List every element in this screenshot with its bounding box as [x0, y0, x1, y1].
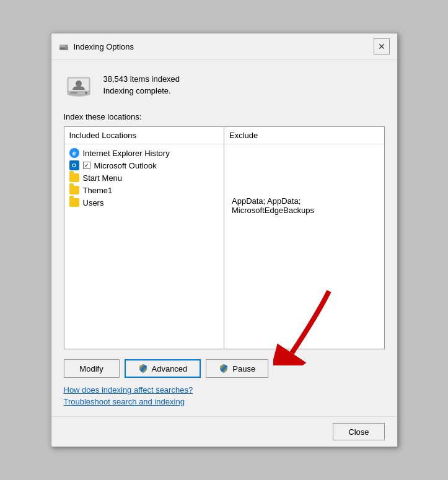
close-button[interactable]: ✕ — [374, 38, 390, 55]
title-bar: Indexing Options ✕ — [51, 33, 397, 60]
svg-point-10 — [76, 81, 82, 87]
shield-icon-pause — [219, 364, 229, 373]
dialog-footer: Close — [51, 416, 397, 447]
location-name: Start Menu — [83, 173, 123, 183]
svg-point-8 — [85, 92, 87, 94]
col-included-header: Included Locations — [64, 127, 224, 144]
list-item: Users — [67, 196, 222, 209]
advanced-label: Advanced — [152, 364, 188, 373]
location-name: Internet Explorer History — [83, 149, 170, 158]
svg-rect-9 — [70, 92, 77, 94]
folder-icon — [69, 185, 79, 195]
col-exclude-items: AppData; AppData; MicrosoftEdgeBackups — [224, 144, 384, 349]
status-info: 38,543 items indexed Indexing complete. — [103, 74, 180, 95]
dialog-icon — [59, 41, 69, 51]
link-troubleshoot[interactable]: Troubleshoot search and indexing — [64, 397, 385, 406]
svg-point-2 — [66, 45, 67, 46]
section-label: Index these locations: — [64, 112, 385, 121]
footer-close-button[interactable]: Close — [333, 423, 384, 440]
outlook-icon: O — [69, 160, 79, 170]
pause-button[interactable]: Pause — [206, 359, 268, 378]
dialog-title: Indexing Options — [74, 42, 134, 51]
dialog-content: 38,543 items indexed Indexing complete. … — [51, 60, 397, 416]
list-item: Theme1 — [67, 184, 222, 196]
shield-icon — [138, 364, 148, 373]
ie-icon: e — [69, 148, 79, 158]
list-item: Start Menu — [67, 172, 222, 184]
location-name: Users — [83, 198, 104, 207]
drive-icon — [64, 70, 94, 100]
col-exclude: Exclude AppData; AppData; MicrosoftEdgeB… — [224, 127, 384, 349]
col-included: Included Locations e Internet Explorer H… — [64, 127, 225, 349]
pause-label: Pause — [232, 364, 255, 373]
modify-button[interactable]: Modify — [64, 359, 120, 378]
status-section: 38,543 items indexed Indexing complete. — [64, 70, 385, 100]
list-item: O ✓ Microsoft Outlook — [67, 159, 222, 172]
buttons-row: Modify Advance — [64, 359, 385, 378]
list-item: e Internet Explorer History — [67, 147, 222, 159]
items-count: 38,543 items indexed — [103, 74, 180, 84]
location-name: Theme1 — [83, 186, 113, 195]
col-exclude-header: Exclude — [224, 127, 384, 144]
advanced-button[interactable]: Advanced — [125, 359, 201, 378]
location-name: Microsoft Outlook — [94, 161, 157, 170]
outlook-checkbox[interactable]: ✓ — [83, 162, 90, 169]
link-indexing-affect[interactable]: How does indexing affect searches? — [64, 385, 385, 395]
col-items: e Internet Explorer History O ✓ Microsof… — [64, 144, 224, 349]
exclude-value: AppData; AppData; MicrosoftEdgeBackups — [227, 191, 382, 220]
title-bar-left: Indexing Options — [59, 41, 134, 51]
dialog-window: Indexing Options ✕ 38,543 items indexed … — [51, 33, 398, 447]
links-section: How does indexing affect searches? Troub… — [64, 385, 385, 406]
svg-rect-3 — [60, 48, 65, 49]
folder-icon — [69, 173, 79, 183]
buttons-container: Modify Advance — [64, 359, 385, 385]
folder-icon — [69, 198, 79, 207]
locations-table: Included Locations e Internet Explorer H… — [64, 126, 385, 349]
indexing-status: Indexing complete. — [103, 86, 180, 95]
